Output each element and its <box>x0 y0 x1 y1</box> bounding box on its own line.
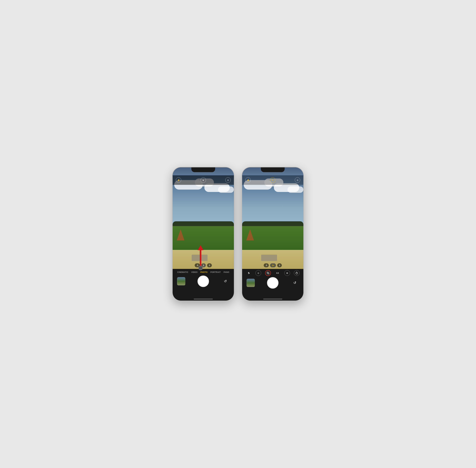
mode-video[interactable]: VIDEO <box>191 271 197 273</box>
top-controls-left: ⚡ ▲ ◎ <box>173 175 234 185</box>
shutter-row-left: ↺ <box>173 275 234 288</box>
top-controls-right: ⚡ ▼ ◎ <box>242 175 303 185</box>
svg-rect-4 <box>268 273 269 274</box>
cloud-4 <box>218 186 234 193</box>
live-button-left[interactable]: ◎ <box>225 177 231 183</box>
mode-pano[interactable]: PANO <box>223 271 229 273</box>
bottom-ui-right: ◎ 4:3 <box>242 269 303 301</box>
mode-portrait[interactable]: PORTRAIT <box>210 271 221 273</box>
flash-button-left[interactable]: ⚡ <box>176 177 181 183</box>
home-indicator-left <box>194 299 213 299</box>
svg-rect-3 <box>267 273 268 274</box>
flip-camera-right[interactable]: ↺ <box>291 279 299 287</box>
zoom-1-left[interactable]: 1 <box>201 263 206 267</box>
notch-right <box>261 167 285 172</box>
photo-thumbnail-left[interactable] <box>177 277 185 285</box>
shutter-row-right: ↺ <box>242 277 303 289</box>
svg-marker-0 <box>248 272 250 274</box>
mode-cinematic[interactable]: CINEMATIC <box>177 271 188 273</box>
zoom-1x-right[interactable]: 1× <box>270 263 276 267</box>
zoom-05-left[interactable]: .5 <box>195 263 200 267</box>
tools-row: ◎ 4:3 <box>242 269 303 277</box>
flash-button-right[interactable]: ⚡ <box>245 177 251 183</box>
patio-stone <box>192 255 208 261</box>
cloud-r4 <box>287 186 303 193</box>
patio-stone-r <box>261 255 277 261</box>
photo-thumbnail-right[interactable] <box>247 279 255 287</box>
tool-timer[interactable] <box>294 270 299 276</box>
zoom-3-left[interactable]: 3 <box>207 263 212 267</box>
live-button-right[interactable]: ◎ <box>295 177 300 183</box>
arrow-up-button[interactable]: ▲ <box>201 177 206 183</box>
main-container: ⚡ ▲ ◎ .5 1 3 <box>166 161 310 307</box>
zoom-3-right[interactable]: 3 <box>277 263 282 267</box>
tool-photo-styles[interactable] <box>265 270 271 276</box>
zoom-05-right[interactable]: .5 <box>264 263 269 267</box>
flip-camera-left[interactable]: ↺ <box>221 277 229 285</box>
phone-left: ⚡ ▲ ◎ .5 1 3 <box>172 167 234 301</box>
shutter-button-right[interactable] <box>267 277 279 289</box>
mode-photo[interactable]: PHOTO <box>200 271 208 273</box>
tool-flash[interactable] <box>246 270 252 276</box>
phone-right: ⚡ ▼ ◎ .5 1× 3 <box>242 167 304 301</box>
tool-exposure[interactable]: ⊕ <box>284 270 290 276</box>
zoom-controls-left: .5 1 3 <box>173 263 234 267</box>
home-indicator-right <box>263 299 282 299</box>
mode-selector-left: CINEMATIC VIDEO PHOTO PORTRAIT PANO <box>173 269 234 275</box>
tool-live[interactable]: ◎ <box>255 270 261 276</box>
tool-aspect-ratio[interactable]: 4:3 <box>275 270 280 276</box>
arrow-down-button[interactable]: ▼ <box>270 177 275 183</box>
bottom-ui-left: CINEMATIC VIDEO PHOTO PORTRAIT PANO ↺ <box>173 269 234 301</box>
svg-rect-1 <box>267 272 268 273</box>
shutter-button-left[interactable] <box>197 276 209 287</box>
zoom-controls-right: .5 1× 3 <box>242 263 303 267</box>
notch-left <box>191 167 215 172</box>
svg-rect-2 <box>268 272 269 273</box>
